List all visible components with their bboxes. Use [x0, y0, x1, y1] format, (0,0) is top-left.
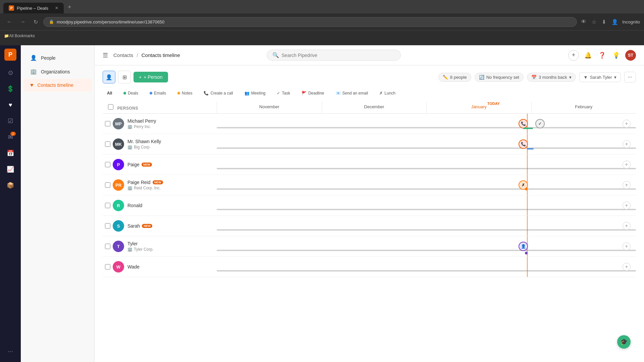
menu-toggle-button[interactable]: ☰ — [103, 52, 108, 59]
user-filter-button[interactable]: ▼ Sarah Tyler ▾ — [579, 72, 621, 82]
row-checkbox-mp[interactable] — [103, 121, 113, 126]
filter-lunch[interactable]: ✗ Lunch — [375, 89, 400, 98]
activity-task-mp[interactable]: ✓ — [535, 119, 545, 128]
row-checkbox-w[interactable] — [103, 264, 113, 269]
avatar-shawn-kelly[interactable]: MK — [113, 138, 124, 150]
nav-item-contacts-timeline[interactable]: ♥ Contacts timeline — [23, 79, 92, 92]
user-avatar[interactable]: ST — [625, 50, 636, 61]
nav-item-people[interactable]: 👤 People — [23, 51, 92, 64]
sidebar-item-products[interactable]: 📦 — [3, 178, 18, 193]
add-activity-p-button[interactable]: + — [623, 161, 631, 169]
sidebar-item-calendar[interactable]: 📅 — [3, 146, 18, 161]
person-name-p[interactable]: Paige NEW — [127, 162, 214, 167]
sidebar-item-reports[interactable]: 📈 — [3, 162, 18, 177]
address-text: moodjoy.pipedrive.com/persons/timeline/u… — [57, 19, 164, 24]
sidebar-item-home[interactable]: ⊙ — [3, 65, 18, 80]
filter-meeting[interactable]: 👥 Meeting — [240, 89, 270, 98]
bookmark-icon[interactable]: ☆ — [590, 17, 598, 26]
person-row-sarah: S Sarah NEW + — [103, 216, 636, 236]
person-name-mp[interactable]: Michael Perry — [127, 118, 214, 124]
sidebar-item-activities[interactable]: ☑ — [3, 114, 18, 128]
back-button[interactable]: ← — [4, 17, 15, 26]
activity-call-mp[interactable]: 📞 — [519, 119, 528, 128]
avatar-paige[interactable]: P — [113, 159, 124, 170]
sidebar-item-deals[interactable]: 💲 — [3, 81, 18, 96]
timeline-row-s — [217, 216, 636, 236]
person-name-pr[interactable]: Paige Reid NEW — [127, 180, 214, 185]
filter-send-email[interactable]: 📧 Send an email — [331, 89, 373, 98]
bookmarks-label: All Bookmarks — [9, 34, 35, 38]
add-person-button[interactable]: + + Person — [133, 72, 168, 82]
refresh-button[interactable]: ↻ — [31, 17, 41, 26]
person-name-w[interactable]: Wade — [127, 264, 214, 269]
add-activity-pr-button[interactable]: + — [623, 181, 631, 189]
profile-icon[interactable]: 👤 — [610, 17, 620, 26]
avatar-tyler[interactable]: T — [113, 241, 124, 252]
avatar-michael-perry[interactable]: MP — [113, 118, 124, 129]
tab-close-button[interactable]: ✕ — [55, 6, 58, 10]
add-activity-mk-button[interactable]: + — [623, 140, 631, 148]
spy-icon[interactable]: 👁 — [580, 17, 588, 26]
avatar-sarah[interactable]: S — [113, 220, 124, 232]
add-activity-mp-button[interactable]: + — [623, 120, 631, 128]
person-name-r[interactable]: Ronald — [127, 203, 214, 208]
months-back-chip[interactable]: 📅 3 months back ▾ — [527, 73, 576, 82]
breadcrumb-parent[interactable]: Contacts — [113, 52, 135, 58]
contacts-icon: ♥ — [9, 102, 12, 109]
nav-item-organizations[interactable]: 🏢 Organizations — [23, 65, 92, 78]
person-info-mk: MK Mr. Shawn Kelly 🏢 Big Corp — [113, 136, 217, 153]
nav-timeline-label: Contacts timeline — [38, 82, 73, 88]
tab-title: Pipeline – Deals — [17, 6, 48, 11]
frequency-chip[interactable]: 🔄 No frequency set — [475, 73, 524, 82]
search-input[interactable] — [282, 53, 395, 58]
row-checkbox-mk[interactable] — [103, 141, 113, 147]
add-activity-r-button[interactable]: + — [623, 201, 631, 209]
person-name-mk[interactable]: Mr. Shawn Kelly — [127, 139, 214, 144]
sidebar-item-mail[interactable]: ✉ 2 — [3, 130, 18, 144]
sidebar-item-contacts[interactable]: ♥ — [3, 98, 18, 112]
download-icon[interactable]: ⬇ — [600, 17, 607, 26]
address-bar[interactable]: 🔒 moodjoy.pipedrive.com/persons/timeline… — [43, 17, 577, 27]
new-tab-button[interactable]: + — [64, 1, 75, 13]
row-checkbox-r[interactable] — [103, 203, 113, 208]
row-checkbox-p[interactable] — [103, 162, 113, 167]
filter-create-call[interactable]: 📞 Create a call — [199, 89, 237, 98]
frequency-icon: 🔄 — [479, 75, 484, 80]
row-checkbox-s[interactable] — [103, 223, 113, 229]
help-button[interactable]: ❓ — [597, 50, 607, 60]
avatar-wade[interactable]: W — [113, 261, 124, 273]
view-list-button[interactable]: 👤 — [103, 71, 115, 83]
more-options-button[interactable]: ··· — [624, 72, 636, 82]
filter-notes[interactable]: Notes — [173, 89, 197, 98]
add-activity-w-button[interactable]: + — [623, 263, 631, 271]
filter-deals[interactable]: Deals — [119, 89, 143, 98]
active-tab[interactable]: P Pipeline – Deals ✕ — [3, 3, 64, 13]
filter-deadline[interactable]: 🚩 Deadline — [297, 89, 328, 98]
view-grid-button[interactable]: ⊞ — [118, 71, 131, 83]
row-checkbox-t[interactable] — [103, 244, 113, 249]
activity-call-mk[interactable]: 📞 — [519, 139, 528, 149]
avatar-ronald[interactable]: R — [113, 200, 124, 211]
notifications-button[interactable]: 🔔 — [583, 50, 593, 60]
forward-button[interactable]: → — [17, 17, 28, 26]
person-name-t[interactable]: Tyler — [127, 241, 214, 246]
filter-emails[interactable]: Emails — [145, 89, 170, 98]
filter-all[interactable]: All — [103, 89, 116, 98]
avatar-paige-reid[interactable]: PR — [113, 179, 124, 191]
filter-task[interactable]: ✓ Task — [272, 89, 294, 98]
sidebar-item-more[interactable]: ··· — [3, 344, 18, 359]
person-name-s[interactable]: Sarah NEW — [127, 223, 214, 229]
timeline-bar-p — [217, 168, 636, 169]
row-checkbox-pr[interactable] — [103, 182, 113, 188]
filter-meeting-label: Meeting — [251, 91, 266, 96]
timeline-bar-w — [217, 270, 636, 272]
floating-help-button[interactable]: 🎓 — [617, 335, 631, 349]
settings-button[interactable]: 💡 — [611, 50, 621, 60]
add-activity-s-button[interactable]: + — [623, 222, 631, 230]
search-bar[interactable]: 🔍 — [267, 50, 401, 61]
add-button[interactable]: + — [568, 50, 579, 61]
app-logo[interactable]: P — [4, 49, 16, 61]
add-activity-t-button[interactable]: + — [623, 242, 631, 250]
activity-person-t[interactable]: 👤 — [519, 242, 528, 251]
select-all-checkbox[interactable] — [108, 104, 113, 110]
